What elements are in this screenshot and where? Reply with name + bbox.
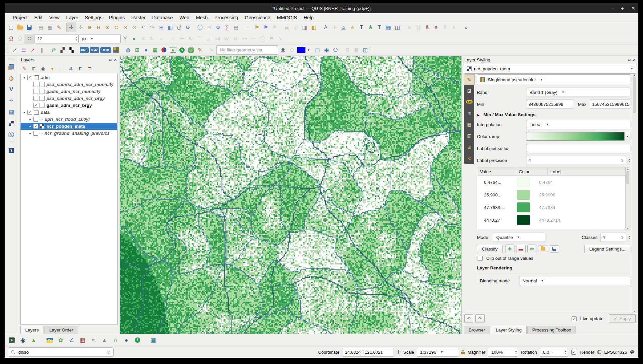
- abc-annotation-button[interactable]: ā: [366, 23, 375, 32]
- color-ramp-preview[interactable]: [526, 132, 624, 141]
- add-group-button[interactable]: ⊞: [30, 65, 38, 73]
- classification-row[interactable]: 0.4764...0.4764: [477, 176, 630, 188]
- lock-icon[interactable]: [461, 350, 465, 354]
- layer-visibility-checkbox[interactable]: ✓: [33, 124, 38, 129]
- classification-row[interactable]: 47.7683...47.7684: [477, 201, 630, 214]
- class-color-swatch[interactable]: [517, 215, 530, 225]
- raster-attribute-table-button[interactable]: ▦: [78, 336, 87, 345]
- histogram-tab[interactable]: ≋: [465, 109, 473, 117]
- refresh-map-button[interactable]: ⟳: [184, 23, 193, 32]
- new-project-button[interactable]: ▢: [7, 23, 16, 32]
- text-along-line-button[interactable]: T: [357, 23, 366, 32]
- spin-arrows[interactable]: ▲▼: [628, 158, 630, 163]
- table-add-button[interactable]: ▦: [150, 45, 159, 54]
- render-checkbox[interactable]: ✓: [571, 350, 576, 355]
- style-manager-button[interactable]: ✎: [54, 23, 63, 32]
- attribute-list-button[interactable]: ▤: [231, 23, 240, 32]
- copy-features-button[interactable]: ◨: [300, 23, 309, 32]
- terrain-shading-button[interactable]: ∩: [111, 336, 120, 345]
- clear-field-icon[interactable]: ⊗: [620, 235, 624, 240]
- clip-checkbox[interactable]: [478, 256, 483, 261]
- qgis-hub-button[interactable]: Q: [168, 45, 177, 54]
- layer-tree-row[interactable]: ▸∞ncr_ground_shaking_phivolcs: [21, 130, 117, 137]
- coordinate-input[interactable]: 14.6824°, 121.0021°: [342, 348, 394, 357]
- measure-line-button[interactable]: ═: [243, 23, 252, 32]
- symbology-tab[interactable]: ✎: [464, 74, 475, 85]
- grid-colored-button[interactable]: [112, 45, 121, 54]
- tab-layer-order[interactable]: Layer Order: [45, 326, 78, 334]
- blending-mode-select[interactable]: Normal ▼: [519, 276, 630, 285]
- statistical-summary-button[interactable]: ≣: [205, 23, 214, 32]
- styling-layer-selector[interactable]: ncr_popden_meta ▼: [464, 64, 636, 74]
- layer-tree-row[interactable]: psa_namria_adm_ncr_brgy: [21, 95, 117, 102]
- html-export-button[interactable]: HTML: [100, 47, 111, 53]
- add-virtual-layer-button[interactable]: Ⓥ: [7, 130, 16, 139]
- color-ramp-menu-button[interactable]: ▼: [624, 132, 630, 141]
- manage-themes-button[interactable]: ◉: [39, 65, 47, 73]
- render-type-select[interactable]: Singleband pseudocolor ▼: [477, 74, 630, 85]
- max-input[interactable]: 156745315999615: [590, 100, 630, 109]
- layer-tree-row[interactable]: gadm_adm_ncr_municity: [21, 88, 117, 95]
- menu-layer[interactable]: Layer: [63, 14, 81, 21]
- red-labels-button[interactable]: a: [432, 23, 441, 32]
- layer-visibility-checkbox[interactable]: ✓: [27, 75, 32, 80]
- panel-scrollbar[interactable]: ▲▼: [632, 74, 636, 313]
- tab-browser[interactable]: Browser: [464, 326, 490, 334]
- rotation-spinbox[interactable]: 0.0 ° ▲▼: [540, 348, 568, 357]
- osm-search-button[interactable]: ⊕: [186, 45, 195, 54]
- mode-select[interactable]: Quantile ▼: [493, 233, 545, 242]
- ph-hub-button[interactable]: [159, 45, 168, 54]
- layer-tree-row[interactable]: ▾✓data: [21, 109, 117, 116]
- image-annotation-button[interactable]: ▦: [384, 23, 393, 32]
- min-input[interactable]: 84360675215999: [526, 100, 573, 109]
- new-3d-map-view-button[interactable]: ◧: [166, 23, 175, 32]
- kml-export-button[interactable]: KML: [80, 47, 89, 53]
- paste-features-button[interactable]: ◧: [309, 23, 318, 32]
- style-dock-toggle-button[interactable]: ◫: [393, 23, 402, 32]
- add-feather-layer-button[interactable]: ✒: [7, 96, 16, 105]
- remove-class-button[interactable]: ▬: [516, 245, 526, 253]
- new-print-layout-button[interactable]: ▤: [37, 23, 46, 32]
- class-color-swatch[interactable]: [517, 202, 530, 212]
- line-hatch-button[interactable]: ∥: [37, 45, 46, 54]
- help-button[interactable]: ?: [7, 146, 16, 155]
- layer-visibility-checkbox[interactable]: [33, 117, 38, 122]
- extents-toggle-icon[interactable]: ✛: [397, 349, 401, 355]
- close-button[interactable]: ✕: [631, 6, 635, 11]
- diagram-tab[interactable]: ⊞: [465, 143, 473, 151]
- menu-mmqgis[interactable]: MMQGIS: [274, 14, 300, 21]
- apply-button[interactable]: ✓ Apply: [609, 314, 636, 323]
- zoom-out-button[interactable]: ⊖: [94, 23, 103, 32]
- scp-leaf-button[interactable]: ✿: [56, 336, 65, 345]
- star-annotation-button[interactable]: ★: [348, 23, 357, 32]
- layer-rendering-section[interactable]: Layer Rendering: [477, 265, 630, 270]
- menu-processing[interactable]: Processing: [211, 14, 241, 21]
- profile-line-button[interactable]: ∠: [67, 336, 76, 345]
- menu-raster[interactable]: Raster: [128, 14, 149, 21]
- expander-icon[interactable]: ▾: [22, 76, 27, 79]
- redo-button[interactable]: ↷: [475, 314, 484, 323]
- menu-web[interactable]: Web: [176, 14, 193, 21]
- label-precision-input[interactable]: 4 ⊗: [526, 156, 626, 165]
- menu-plugins[interactable]: Plugins: [106, 14, 128, 21]
- swap-layers-button[interactable]: ⇄: [49, 45, 58, 54]
- menu-help[interactable]: Help: [300, 14, 317, 21]
- layer-visibility-checkbox[interactable]: [33, 82, 38, 87]
- freehand-raster-button[interactable]: F: [7, 336, 16, 345]
- layer-tree-row[interactable]: ▸✓ncr_popden_meta: [21, 123, 117, 130]
- globe-refresh-button[interactable]: ◍: [124, 45, 133, 54]
- globe-blue-button[interactable]: ●: [141, 45, 150, 54]
- layer-tree-row[interactable]: ✓gadm_adm_ncr_brgy: [21, 102, 117, 109]
- plot-chart-button[interactable]: ≈: [89, 336, 98, 345]
- layout-manager-button[interactable]: ▦: [46, 23, 54, 32]
- class-color-swatch[interactable]: [517, 177, 530, 187]
- info-pointer-button[interactable]: i: [133, 336, 142, 345]
- add-rectangle-button[interactable]: ▢: [313, 45, 322, 54]
- table-scrollbar[interactable]: ▲▼: [625, 168, 630, 230]
- classes-input[interactable]: 4 ⊗: [600, 233, 626, 242]
- expander-icon[interactable]: ▸: [28, 117, 33, 121]
- zoom-to-native-button[interactable]: ⊚: [112, 23, 121, 32]
- add-circles-button[interactable]: ◉: [322, 45, 331, 54]
- new-map-view-button[interactable]: ⊞: [157, 23, 166, 32]
- clipboard-map-button[interactable]: ▣: [149, 336, 158, 345]
